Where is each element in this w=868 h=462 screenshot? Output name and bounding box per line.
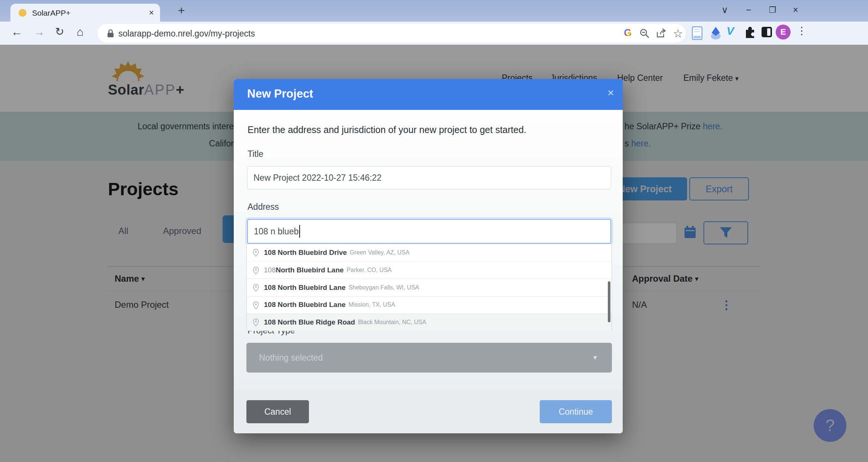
window-minimize-button[interactable]: − (746, 4, 751, 15)
tab-title: SolarAPP+ (32, 9, 70, 18)
zoom-out-icon[interactable] (639, 28, 650, 40)
modal-header: New Project × (234, 79, 623, 110)
modal-title: New Project (247, 87, 313, 101)
extensions-puzzle-icon[interactable] (744, 26, 756, 40)
map-pin-icon (253, 284, 259, 293)
home-button[interactable]: ⌂ (77, 25, 84, 39)
window-close-button[interactable]: × (793, 4, 798, 15)
address-label: Address (248, 202, 279, 212)
browser-menu-icon[interactable]: ⋮ (797, 25, 807, 37)
browser-active-tab[interactable]: SolarAPP+ × (10, 4, 160, 22)
tab-favicon-icon (19, 9, 26, 17)
text-cursor (299, 225, 300, 238)
new-tab-button[interactable]: + (178, 4, 185, 18)
cancel-button[interactable]: Cancel (246, 400, 309, 423)
document-extension-icon[interactable] (692, 26, 703, 42)
map-pin-icon (253, 267, 259, 276)
browser-tab-strip: SolarAPP+ × + ∨ − ❐ × (0, 0, 868, 22)
address-suggestions-dropdown: 108 North Bluebird DriveGreen Valley, AZ… (246, 244, 612, 331)
url-text[interactable]: solarapp-demo.nrel.gov/my-projects (118, 29, 255, 39)
tab-close-icon[interactable]: × (149, 8, 154, 18)
select-caret-icon: ▾ (593, 353, 597, 362)
reload-button[interactable]: ↻ (55, 25, 64, 38)
address-suggestion-item[interactable]: 108 North Bluebird LaneMission, TX, USA (247, 296, 612, 314)
address-suggestion-item[interactable]: 108 North Blue Ridge RoadBlack Mountain,… (247, 313, 612, 331)
continue-button[interactable]: Continue (540, 400, 612, 423)
title-field[interactable] (247, 166, 611, 189)
bookmark-star-icon[interactable]: ☆ (673, 27, 683, 40)
map-pin-icon (253, 249, 259, 258)
address-bar[interactable]: solarapp-demo.nrel.gov/my-projects G ☆ (98, 24, 686, 42)
modal-description: Enter the address and jurisdiction of yo… (248, 124, 526, 135)
sidebar-toggle-icon[interactable] (762, 27, 772, 37)
drive-extension-icon[interactable] (709, 26, 722, 42)
address-field[interactable] (247, 219, 611, 244)
browser-toolbar: ← → ↻ ⌂ solarapp-demo.nrel.gov/my-projec… (0, 22, 868, 45)
project-type-select[interactable]: Nothing selected (246, 343, 612, 373)
modal-footer: Cancel Continue (234, 389, 623, 433)
forward-button[interactable]: → (33, 25, 45, 39)
google-logo-icon[interactable]: G (624, 27, 632, 39)
title-label: Title (248, 149, 264, 159)
share-icon[interactable] (656, 28, 666, 40)
map-pin-icon (253, 301, 259, 311)
modal-close-icon[interactable]: × (607, 86, 614, 99)
window-chevron-icon[interactable]: ∨ (721, 4, 728, 15)
new-project-modal: New Project × Enter the address and juri… (234, 79, 623, 433)
address-suggestion-item[interactable]: 108 North Bluebird LaneParker, CO, USA (247, 262, 612, 279)
profile-avatar[interactable]: E (776, 25, 791, 39)
window-restore-button[interactable]: ❐ (769, 5, 776, 15)
map-pin-icon (253, 319, 259, 328)
vimeo-extension-icon[interactable]: V (727, 25, 734, 37)
lock-icon (106, 29, 115, 40)
address-suggestion-item[interactable]: 108 North Bluebird DriveGreen Valley, AZ… (247, 244, 612, 262)
back-button[interactable]: ← (11, 25, 23, 39)
address-suggestion-item[interactable]: 108 North Bluebird LaneSheboygan Falls, … (247, 279, 612, 296)
dropdown-scrollbar[interactable] (608, 281, 610, 322)
